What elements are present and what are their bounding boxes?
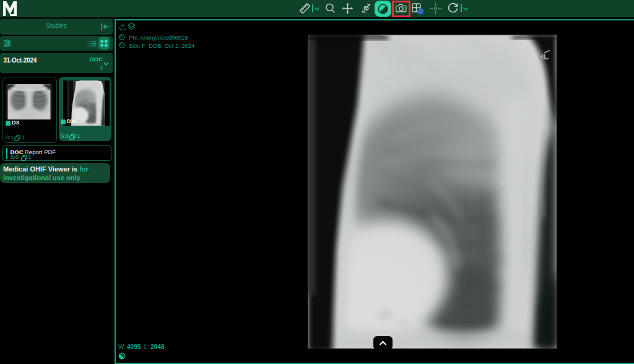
- svg-text:A: A: [121, 22, 124, 28]
- svg-text:HL: HL: [537, 51, 549, 62]
